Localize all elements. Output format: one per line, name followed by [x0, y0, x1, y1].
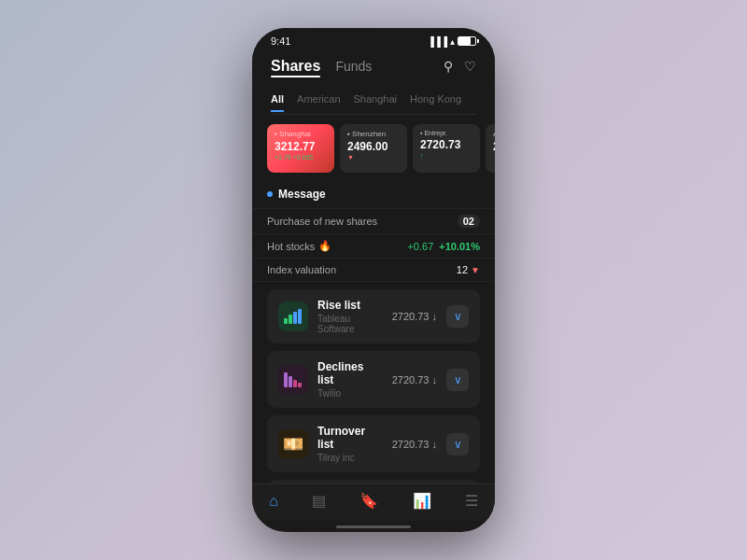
card-value: 2496.00: [347, 140, 400, 153]
card-change: ↑: [420, 152, 472, 159]
hot-change2: +10.01%: [439, 241, 480, 252]
turnover-list-title: Turnover list: [317, 425, 383, 451]
nav-watchlist[interactable]: 🔖: [359, 492, 378, 510]
index-valuation-row[interactable]: Index valuation 12 ▼: [252, 259, 495, 282]
declines-list-info: Declines list Twilio: [317, 360, 383, 399]
bottom-nav: ⌂ ▤ 🔖 📊 ☰: [252, 483, 495, 521]
search-icon[interactable]: ⚲: [444, 59, 453, 74]
app-content: Shares Funds ⚲ ♡ All American Shanghai H…: [252, 50, 495, 521]
watchlist-icon: 🔖: [359, 492, 378, 510]
turnover-list-info: Turnover list Tilray inc: [317, 425, 383, 463]
turnover-list-subtitle: Tilray inc: [317, 453, 383, 463]
status-time: 9:41: [271, 35, 290, 47]
hot-stocks-values: +0.67 +10.01%: [407, 241, 480, 252]
svg-rect-3: [298, 309, 302, 324]
signal-icon: ▐▐▐: [428, 36, 447, 47]
fire-icon: 🔥: [318, 240, 331, 252]
declines-list-subtitle: Twilio: [317, 388, 383, 399]
message-dot: [267, 191, 273, 197]
market-card-shenzhen[interactable]: ▪ Shenzhen 2496.00 ▼: [340, 124, 407, 173]
card-change: +1.76 +0.065: [275, 154, 327, 161]
tab-funds[interactable]: Funds: [335, 59, 372, 74]
subnav-all[interactable]: All: [271, 93, 284, 108]
index-label: Index valuation: [267, 264, 336, 275]
message-row[interactable]: Message: [252, 180, 495, 209]
hot-change1: +0.67: [407, 241, 433, 252]
hot-stocks-row[interactable]: Hot stocks 🔥 +0.67 +10.01%: [252, 234, 495, 259]
svg-rect-5: [289, 376, 292, 387]
purchase-label: Purchase of new shares: [267, 216, 377, 227]
declines-list-card[interactable]: Declines list Twilio 2720.73 ↓ ∨: [267, 351, 480, 408]
list-cards: Rise list Tableau Software 2720.73 ↓ ∨: [252, 282, 495, 483]
nav-portfolio[interactable]: 📊: [413, 492, 431, 510]
wifi-icon: ▴: [450, 36, 455, 47]
svg-rect-2: [293, 312, 297, 324]
header-tabs: Shares Funds: [271, 58, 372, 75]
header-icons: ⚲ ♡: [444, 59, 476, 74]
svg-rect-7: [298, 383, 302, 387]
home-indicator: [336, 525, 411, 528]
message-label: Message: [278, 188, 326, 201]
svg-rect-1: [289, 315, 292, 324]
subnav-shanghai[interactable]: Shanghai: [354, 93, 398, 108]
rise-list-price: 2720.73 ↓: [392, 311, 437, 322]
card-value: 2720: [493, 140, 495, 153]
card-label: All: [493, 130, 495, 138]
hot-stocks-label: Hot stocks 🔥: [267, 240, 331, 252]
tab-shares[interactable]: Shares: [271, 58, 320, 75]
svg-rect-4: [284, 372, 288, 387]
svg-rect-6: [293, 380, 297, 387]
hot-stocks-text: Hot stocks: [267, 241, 315, 252]
purchase-row[interactable]: Purchase of new shares 02: [252, 209, 495, 234]
card-value: 3212.77: [275, 140, 327, 153]
nav-menu[interactable]: ☰: [465, 492, 478, 510]
turnover-list-right: 2720.73 ↓: [392, 439, 437, 450]
header-top: Shares Funds ⚲ ♡: [271, 58, 476, 75]
header: Shares Funds ⚲ ♡ All American Shanghai H…: [252, 50, 495, 115]
turnover-list-chevron[interactable]: ∨: [446, 433, 469, 455]
market-card-all[interactable]: All 2720: [486, 124, 495, 173]
svg-rect-0: [284, 318, 288, 324]
declines-list-title: Declines list: [317, 360, 383, 386]
rise-list-info: Rise list Tableau Software: [317, 299, 383, 334]
card-label: ▪ Shenzhen: [347, 130, 400, 138]
declines-list-icon: [278, 365, 308, 395]
purchase-count: 02: [458, 215, 480, 228]
status-icons: ▐▐▐ ▴: [428, 36, 476, 47]
rise-list-card[interactable]: Rise list Tableau Software 2720.73 ↓ ∨: [267, 289, 480, 343]
turnover-list-icon: 💴: [278, 429, 308, 459]
rise-list-title: Rise list: [317, 299, 383, 312]
subnav-american[interactable]: American: [297, 93, 340, 108]
rise-list-subtitle: Tableau Software: [317, 314, 383, 334]
declines-list-chevron[interactable]: ∨: [446, 369, 469, 391]
index-number: 12: [457, 264, 468, 275]
turnover-list-card[interactable]: 💴 Turnover list Tilray inc 2720.73 ↓ ∨: [267, 415, 480, 472]
home-icon: ⌂: [269, 493, 278, 510]
market-cards: ▪ Shanghai 3212.77 +1.76 +0.065 ▪ Shenzh…: [252, 115, 495, 180]
declines-list-price: 2720.73 ↓: [392, 374, 437, 385]
declines-list-right: 2720.73 ↓: [392, 374, 437, 385]
battery-icon: [458, 36, 476, 46]
menu-icon: ☰: [465, 492, 478, 510]
card-label: ▪ Shanghai: [275, 130, 327, 138]
index-arrow: ▼: [471, 265, 480, 275]
rise-list-icon: [278, 301, 308, 331]
market-card-entrepreneurship[interactable]: ▪ Entrepr. 2720.73 ↑: [413, 124, 480, 173]
sub-nav: All American Shanghai Hong Kong: [271, 86, 476, 115]
status-bar: 9:41 ▐▐▐ ▴: [252, 28, 495, 50]
scroll-area[interactable]: ▪ Shanghai 3212.77 +1.76 +0.065 ▪ Shenzh…: [252, 115, 495, 483]
card-label: ▪ Entrepr.: [420, 130, 472, 136]
portfolio-icon: 📊: [413, 492, 431, 510]
nav-home[interactable]: ⌂: [269, 493, 278, 510]
index-value: 12 ▼: [457, 264, 480, 275]
bell-icon[interactable]: ♡: [464, 59, 476, 74]
rise-list-right: 2720.73 ↓: [392, 311, 437, 322]
market-icon: ▤: [312, 492, 326, 510]
card-value: 2720.73: [420, 138, 472, 151]
market-card-shanghai[interactable]: ▪ Shanghai 3212.77 +1.76 +0.065: [267, 124, 334, 173]
nav-market[interactable]: ▤: [312, 492, 326, 510]
phone-frame: 9:41 ▐▐▐ ▴ Shares Funds ⚲ ♡ All: [252, 28, 495, 532]
card-change: ▼: [347, 154, 400, 161]
subnav-hongkong[interactable]: Hong Kong: [410, 93, 461, 108]
rise-list-chevron[interactable]: ∨: [446, 305, 469, 328]
